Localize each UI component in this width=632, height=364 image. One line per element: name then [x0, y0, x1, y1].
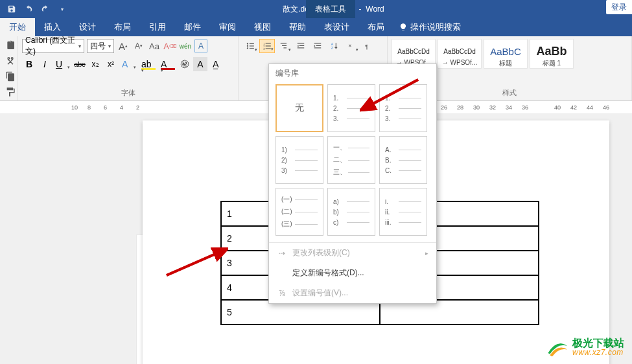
svg-point-2: [247, 45, 248, 47]
tab-references[interactable]: 引用: [140, 18, 175, 36]
svg-line-25: [369, 80, 418, 106]
change-case-button[interactable]: Aa: [148, 40, 161, 52]
login-button[interactable]: 登录: [606, 0, 632, 14]
swoosh-icon: [545, 336, 568, 359]
style-item[interactable]: AaBb标题 1: [530, 39, 574, 69]
tab-layout[interactable]: 布局: [105, 18, 140, 36]
shrink-font-button[interactable]: A▾: [132, 40, 145, 52]
tab-mailings[interactable]: 邮件: [175, 18, 210, 36]
svg-rect-14: [283, 47, 287, 48]
numbering-option[interactable]: i. ii. iii.: [379, 188, 427, 236]
bold-button[interactable]: B: [22, 57, 36, 71]
svg-rect-12: [281, 43, 287, 43]
asian-layout-button[interactable]: ✕: [344, 39, 359, 53]
numbering-option[interactable]: a) b) c): [327, 188, 375, 236]
align-left-button[interactable]: [242, 57, 258, 71]
font-name-select[interactable]: Calibri (西文正文)▾: [22, 39, 84, 53]
numbering-option[interactable]: (一) (二) (三): [275, 188, 323, 236]
tab-design[interactable]: 设计: [70, 18, 105, 36]
phonetic-guide-button[interactable]: wén: [179, 40, 192, 52]
watermark-logo: 极光下载站 www.xz7.com: [545, 336, 624, 359]
change-list-level-item: ⇢ 更改列表级别(C) ▸: [269, 243, 436, 263]
watermark-name: 极光下载站: [572, 337, 624, 349]
font-group: Calibri (西文正文)▾ 四号▾ A▴ A▾ Aa A⌫ wén A B …: [18, 36, 239, 100]
numbering-option[interactable]: A. B. C.: [379, 136, 427, 184]
ribbon-tabs: 开始 插入 设计 布局 引用 邮件 审阅 视图 帮助 表设计 布局 操作说明搜索: [0, 18, 632, 36]
multilevel-list-button[interactable]: [276, 39, 292, 53]
tab-view[interactable]: 视图: [245, 18, 280, 36]
strikethrough-button[interactable]: abc: [73, 57, 87, 71]
svg-rect-15: [298, 43, 305, 43]
subscript-button[interactable]: x₂: [88, 57, 102, 71]
svg-text:¶: ¶: [365, 43, 368, 50]
undo-icon[interactable]: [22, 3, 35, 16]
numbered-list-button[interactable]: 123: [259, 39, 275, 53]
annotation-arrow: [360, 76, 425, 118]
font-color-button[interactable]: A: [158, 57, 176, 71]
define-new-format-item[interactable]: 定义新编号格式(D)...: [269, 263, 436, 283]
svg-rect-20: [314, 47, 322, 48]
tab-help[interactable]: 帮助: [280, 18, 315, 36]
svg-rect-3: [250, 45, 254, 46]
clipboard-group: [0, 36, 18, 100]
tab-review[interactable]: 审阅: [210, 18, 245, 36]
svg-rect-16: [299, 45, 305, 46]
increase-indent-button[interactable]: [310, 39, 325, 53]
numbering-menu: ⇢ 更改列表级别(C) ▸ 定义新编号格式(D)... ⅞ 设置编号值(V)..…: [269, 242, 436, 303]
style-item[interactable]: AaBbC标题: [484, 39, 528, 69]
decrease-indent-button[interactable]: [293, 39, 309, 53]
svg-rect-17: [298, 47, 305, 48]
tab-insert[interactable]: 插入: [35, 18, 70, 36]
svg-point-0: [247, 43, 248, 44]
svg-point-4: [247, 47, 248, 49]
lightbulb-icon: [399, 23, 408, 32]
highlight-button[interactable]: ab: [139, 57, 157, 71]
numbering-option[interactable]: 1) 2) 3): [275, 136, 323, 184]
grow-font-button[interactable]: A▴: [117, 40, 130, 52]
font-size-select[interactable]: 四号▾: [87, 39, 114, 53]
show-marks-button[interactable]: ¶: [360, 39, 376, 53]
clear-formatting-button[interactable]: A⌫: [163, 40, 176, 52]
redo-icon[interactable]: [39, 3, 52, 16]
indent-icon: ⇢: [277, 248, 287, 258]
tab-table-design[interactable]: 表设计: [315, 18, 358, 36]
svg-rect-18: [314, 43, 322, 43]
set-number-value-item: ⅞ 设置编号值(V)...: [269, 283, 436, 303]
tell-me-search[interactable]: 操作说明搜索: [399, 21, 461, 33]
watermark-url: www.xz7.com: [572, 348, 624, 357]
numbering-option[interactable]: 一、 二、 三、: [327, 136, 375, 184]
svg-line-26: [167, 253, 218, 275]
svg-rect-5: [250, 48, 254, 49]
paste-icon[interactable]: [4, 39, 17, 52]
svg-rect-9: [266, 45, 271, 46]
copy-icon[interactable]: [4, 70, 17, 83]
superscript-button[interactable]: x²: [104, 57, 118, 71]
tab-home[interactable]: 开始: [0, 18, 35, 36]
save-icon[interactable]: [5, 3, 18, 16]
tell-me-label: 操作说明搜索: [410, 21, 461, 33]
app-name: Word: [366, 5, 384, 14]
cut-icon[interactable]: [4, 54, 17, 67]
format-painter-icon[interactable]: [4, 85, 17, 98]
svg-rect-7: [266, 43, 271, 43]
italic-button[interactable]: I: [38, 57, 52, 71]
tab-table-layout[interactable]: 布局: [358, 18, 393, 36]
underline-button[interactable]: U: [53, 57, 71, 71]
number-value-icon: ⅞: [277, 288, 287, 299]
svg-text:✕: ✕: [348, 43, 352, 48]
style-item[interactable]: AaBbCcDd→ WPSOf...: [438, 39, 482, 69]
sort-button[interactable]: AZ: [327, 39, 342, 53]
numbering-none[interactable]: 无: [275, 84, 323, 132]
table-tools-context-tab: 表格工具: [306, 0, 355, 18]
font-group-label: 字体: [22, 88, 234, 99]
char-scaling-button[interactable]: A̲: [209, 57, 223, 71]
annotation-arrow: [163, 246, 228, 281]
char-shading-button[interactable]: A: [193, 57, 207, 71]
qat-dropdown-icon[interactable]: ▾: [56, 3, 69, 16]
enclosed-char-button[interactable]: ㊙: [178, 57, 192, 71]
svg-rect-19: [316, 45, 322, 46]
character-border-button[interactable]: A: [194, 40, 207, 52]
text-effects-button[interactable]: A: [119, 57, 137, 71]
bullet-list-button[interactable]: [242, 39, 258, 53]
svg-rect-11: [266, 49, 271, 49]
